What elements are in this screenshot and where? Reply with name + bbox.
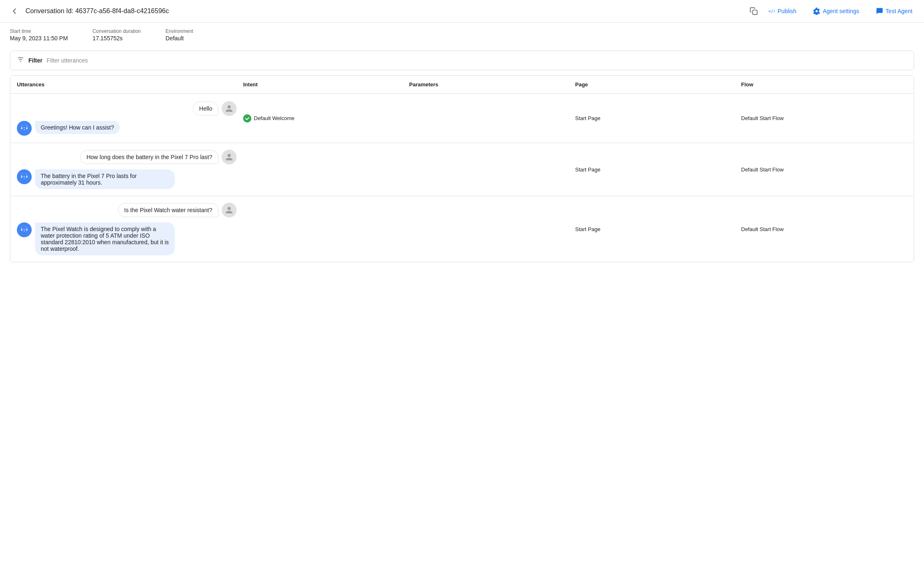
agent-bubble-3: The Pixel Watch is designed to comply wi… <box>35 222 175 255</box>
start-time-item: Start time May 9, 2023 11:50 PM <box>10 28 68 42</box>
test-agent-icon <box>876 7 883 15</box>
agent-bubble-2: The battery in the Pixel 7 Pro lasts for… <box>35 169 175 189</box>
user-bubble-2: How long does the battery in the Pixel 7… <box>80 150 218 164</box>
svg-text:</>: </> <box>768 9 775 14</box>
agent-utterance-2: The battery in the Pixel 7 Pro lasts for… <box>17 169 237 189</box>
col-flow: Flow <box>741 81 908 88</box>
user-bubble-3: Is the Pixel Watch water resistant? <box>118 203 218 217</box>
agent-bubble-1: Greetings! How can I assist? <box>35 121 120 134</box>
user-avatar-3 <box>222 203 237 217</box>
agent-settings-button[interactable]: Agent settings <box>810 5 863 17</box>
user-utterance-1: Hello <box>17 101 237 116</box>
page-cell-1: Start Page <box>575 115 741 121</box>
flow-cell-2: Default Start Flow <box>741 167 908 173</box>
table-row: How long does the battery in the Pixel 7… <box>10 143 914 196</box>
environment-item: Environment Default <box>165 28 193 42</box>
settings-icon <box>813 7 820 15</box>
conversation-id-title: Conversation Id: 46377c-a56-8f4-da8-c421… <box>26 7 743 15</box>
conversations-table: Utterances Intent Parameters Page Flow H… <box>10 75 914 262</box>
flow-cell-3: Default Start Flow <box>741 226 908 232</box>
copy-button[interactable] <box>748 5 759 17</box>
environment-label: Environment <box>165 28 193 34</box>
agent-utterance-3: The Pixel Watch is designed to comply wi… <box>17 222 237 255</box>
table-header: Utterances Intent Parameters Page Flow <box>10 76 914 94</box>
header: Conversation Id: 46377c-a56-8f4-da8-c421… <box>0 0 924 23</box>
test-agent-button[interactable]: Test Agent <box>873 5 916 17</box>
col-utterances: Utterances <box>17 81 243 88</box>
start-time-label: Start time <box>10 28 68 34</box>
agent-utterance-1: Greetings! How can I assist? <box>17 121 237 136</box>
back-button[interactable] <box>8 5 21 17</box>
copy-icon <box>750 7 758 15</box>
checkmark-icon <box>245 116 250 121</box>
header-actions: </> Publish Agent settings Test Agent <box>764 5 916 17</box>
col-parameters: Parameters <box>409 81 576 88</box>
svg-rect-0 <box>752 10 757 15</box>
table-row: Hello Greetings! How can I assist? <box>10 94 914 143</box>
publish-icon: </> <box>768 7 775 15</box>
person-icon <box>225 104 233 113</box>
filter-placeholder-text: Filter utterances <box>46 57 88 64</box>
person-icon <box>225 206 233 214</box>
col-page: Page <box>575 81 741 88</box>
agent-avatar-3 <box>17 222 32 237</box>
duration-value: 17.155752s <box>93 35 141 42</box>
back-icon <box>10 7 19 16</box>
headset-icon <box>20 124 28 132</box>
utterance-cell-3: Is the Pixel Watch water resistant? The … <box>17 203 243 255</box>
flow-cell-1: Default Start Flow <box>741 115 908 121</box>
headset-icon <box>20 173 28 181</box>
duration-item: Conversation duration 17.155752s <box>93 28 141 42</box>
user-utterance-3: Is the Pixel Watch water resistant? <box>17 203 237 217</box>
utterance-cell-2: How long does the battery in the Pixel 7… <box>17 150 243 189</box>
duration-label: Conversation duration <box>93 28 141 34</box>
filter-bar[interactable]: Filter Filter utterances <box>10 51 914 70</box>
person-icon <box>225 153 233 161</box>
user-avatar-1 <box>222 101 237 116</box>
filter-icon <box>17 56 24 65</box>
publish-button[interactable]: </> Publish <box>764 5 800 17</box>
intent-name-1: Default Welcome <box>254 115 295 121</box>
utterance-cell-1: Hello Greetings! How can I assist? <box>17 101 243 136</box>
table-row: Is the Pixel Watch water resistant? The … <box>10 196 914 262</box>
agent-avatar-2 <box>17 169 32 184</box>
headset-icon <box>20 226 28 234</box>
user-utterance-2: How long does the battery in the Pixel 7… <box>17 150 237 164</box>
user-bubble-1: Hello <box>193 102 218 116</box>
environment-value: Default <box>165 35 193 42</box>
intent-cell-1: Default Welcome <box>243 114 409 123</box>
page-cell-3: Start Page <box>575 226 741 232</box>
col-intent: Intent <box>243 81 409 88</box>
filter-label: Filter <box>28 57 42 64</box>
intent-matched-icon <box>243 114 251 123</box>
agent-avatar-1 <box>17 121 32 136</box>
meta-bar: Start time May 9, 2023 11:50 PM Conversa… <box>0 23 924 46</box>
page-cell-2: Start Page <box>575 167 741 173</box>
start-time-value: May 9, 2023 11:50 PM <box>10 35 68 42</box>
user-avatar-2 <box>222 150 237 164</box>
